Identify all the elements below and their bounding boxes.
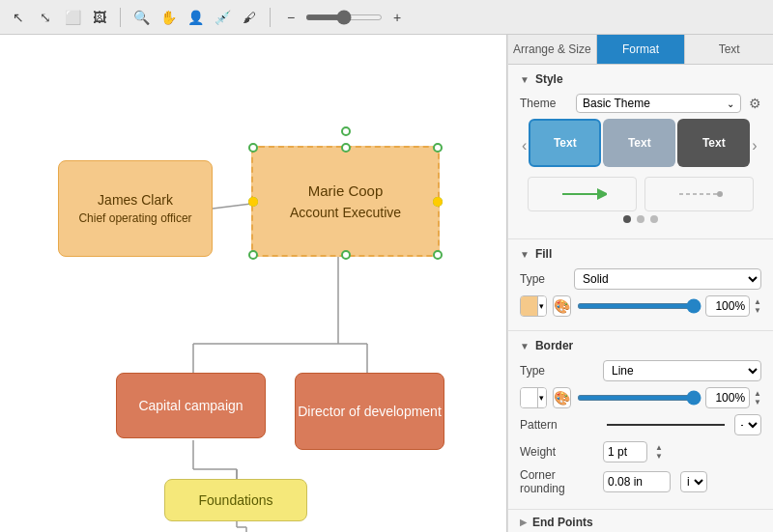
weight-up[interactable]: ▲ (655, 443, 663, 452)
tab-arrange-size[interactable]: Arrange & Size (508, 35, 597, 64)
sep1 (120, 8, 121, 27)
swatch-blue[interactable]: Text (529, 119, 601, 167)
user-tool[interactable]: 👤 (185, 7, 206, 28)
border-type-select[interactable]: Line (603, 360, 761, 381)
paint-tool[interactable]: 🖌 (239, 7, 260, 28)
foundations-box[interactable]: Foundations (164, 479, 307, 521)
fill-section-header[interactable]: ▼ Fill (520, 247, 761, 261)
fill-opacity-slider[interactable] (577, 303, 701, 309)
zoom-slider[interactable] (305, 14, 383, 20)
theme-select-button[interactable]: Basic Theme ⌄ (576, 94, 741, 113)
dot-2[interactable] (637, 215, 644, 223)
border-opacity-up[interactable]: ▲ (754, 389, 761, 398)
border-color-dropdown-arrow[interactable]: ▾ (537, 387, 546, 408)
canvas-inner: James Clark Chief operating officer (0, 35, 506, 532)
handle-bc[interactable] (341, 250, 351, 260)
arrow-swatch-1[interactable] (528, 177, 637, 211)
endpoints-label: End Points (532, 516, 593, 529)
fill-type-select[interactable]: Solid (574, 268, 761, 290)
hand-tool[interactable]: ✋ (157, 7, 179, 28)
image-tool[interactable]: 🖼 (89, 7, 110, 28)
tab-text[interactable]: Text (685, 35, 773, 64)
director-label: Director of development (298, 404, 442, 419)
main-layout: James Clark Chief operating officer (0, 35, 773, 532)
weight-down[interactable]: ▼ (655, 452, 663, 461)
fill-opacity-down[interactable]: ▼ (754, 306, 761, 315)
canvas-area[interactable]: James Clark Chief operating officer (0, 35, 507, 532)
dot-3[interactable] (650, 215, 658, 223)
swatch-dark[interactable]: Text (677, 119, 750, 167)
right-panel: Arrange & Size Format Text ▼ Style Theme… (507, 35, 773, 532)
endpoints-header[interactable]: ▶ End Points (508, 510, 773, 532)
swatch-blue-label: Text (554, 136, 577, 150)
panel-tabs: Arrange & Size Format Text (508, 35, 773, 65)
swatch-gray[interactable]: Text (603, 119, 675, 167)
corner-row: Corner rounding in (520, 468, 761, 495)
weight-stepper: ▲ ▼ (655, 443, 663, 461)
border-opacity-down[interactable]: ▼ (754, 398, 761, 406)
fill-opacity-input[interactable] (705, 295, 750, 317)
fill-color-row: ▾ 🎨 ▲ ▼ (520, 295, 761, 317)
zoom-search[interactable]: 🔍 (130, 7, 152, 28)
yellow-handle-left[interactable] (248, 197, 258, 207)
foundations-label: Foundations (198, 492, 272, 508)
fill-opacity-up[interactable]: ▲ (754, 297, 761, 306)
theme-value: Basic Theme (583, 97, 650, 110)
theme-swatches: Text Text Text (529, 119, 750, 167)
corner-unit-select[interactable]: in (680, 471, 707, 492)
border-arrow: ▼ (520, 341, 530, 351)
handle-tc[interactable] (341, 143, 351, 153)
fill-color-swatch-button[interactable]: ▾ (520, 295, 547, 317)
border-color-wheel-button[interactable]: 🎨 (553, 387, 571, 408)
gear-button[interactable]: ⚙ (749, 96, 761, 111)
james-clark-box[interactable]: James Clark Chief operating officer (58, 160, 213, 257)
border-color-swatch (521, 387, 537, 408)
swatch-gray-label: Text (628, 136, 651, 150)
lasso-tool[interactable]: ⤡ (35, 7, 56, 28)
corner-label: Corner rounding (520, 468, 597, 495)
tab-format[interactable]: Format (597, 35, 686, 64)
corner-input[interactable] (603, 471, 671, 492)
sep2 (270, 8, 271, 27)
marie-coop-box[interactable]: Marie Coop Account Executive (251, 146, 440, 257)
zoom-out-button[interactable]: − (280, 7, 301, 28)
arrow-swatch-2[interactable] (644, 177, 754, 211)
dot-1[interactable] (623, 215, 631, 223)
james-name: James Clark (98, 192, 173, 208)
fill-section: ▼ Fill Type Solid ▾ 🎨 ▲ (508, 239, 773, 331)
pattern-select[interactable]: — (734, 414, 761, 435)
zoom-in-button[interactable]: + (386, 7, 408, 28)
handle-tl[interactable] (248, 143, 258, 153)
yellow-handle-right[interactable] (433, 197, 443, 207)
pointer-tool[interactable]: ↖ (8, 7, 29, 28)
swatch-next-button[interactable]: › (750, 137, 759, 154)
fill-color-wheel-button[interactable]: 🎨 (553, 295, 571, 317)
border-type-label: Type (520, 364, 597, 378)
border-color-swatch-button[interactable]: ▾ (520, 387, 547, 408)
theme-row: Theme Basic Theme ⌄ ⚙ (520, 94, 761, 113)
fill-type-label: Type (520, 272, 568, 286)
weight-input[interactable] (603, 441, 647, 462)
handle-bl[interactable] (248, 250, 258, 260)
border-opacity-slider[interactable] (577, 395, 701, 401)
pattern-label: Pattern (520, 418, 597, 432)
style-section-header[interactable]: ▼ Style (520, 72, 761, 86)
toolbar: ↖ ⤡ ⬜ 🖼 🔍 ✋ 👤 💉 🖌 − + (0, 0, 773, 35)
border-opacity-input[interactable] (705, 387, 750, 408)
pattern-line (607, 424, 725, 426)
pattern-row: Pattern — (520, 414, 761, 435)
swatch-prev-button[interactable]: ‹ (520, 137, 529, 154)
shape-tool[interactable]: ⬜ (62, 7, 83, 28)
fill-opacity-stepper: ▲ ▼ (754, 297, 761, 315)
handle-br[interactable] (433, 250, 443, 260)
handle-top[interactable] (341, 126, 351, 136)
eyedropper[interactable]: 💉 (212, 7, 233, 28)
capital-campaign-box[interactable]: Capital campaign (116, 373, 266, 438)
svg-point-14 (717, 191, 723, 197)
fill-label: Fill (535, 247, 552, 261)
fill-color-dropdown-arrow[interactable]: ▾ (537, 295, 546, 317)
handle-tr[interactable] (433, 143, 443, 153)
border-section-header[interactable]: ▼ Border (520, 339, 761, 352)
border-color-row: ▾ 🎨 ▲ ▼ (520, 387, 761, 408)
director-box[interactable]: Director of development (295, 373, 444, 450)
